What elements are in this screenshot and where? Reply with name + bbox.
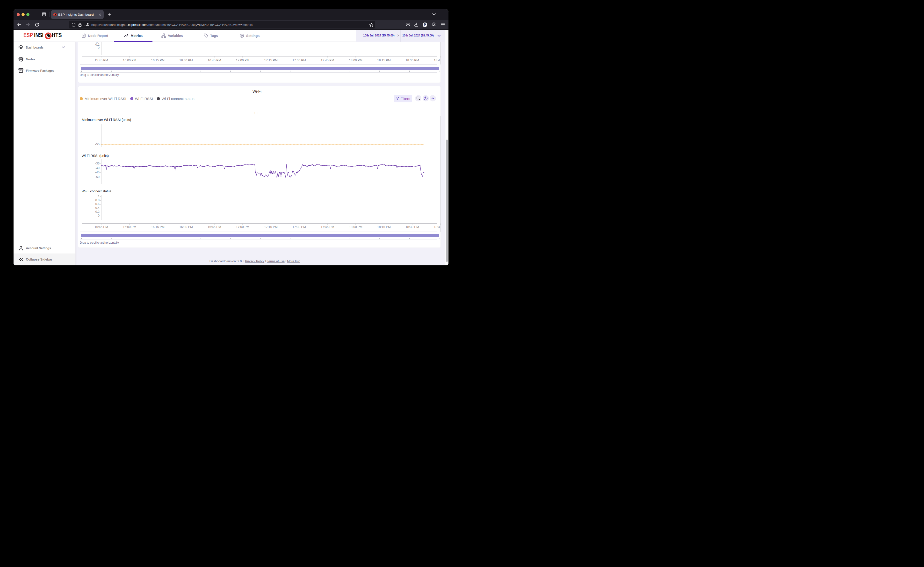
- svg-text:?: ?: [425, 97, 427, 100]
